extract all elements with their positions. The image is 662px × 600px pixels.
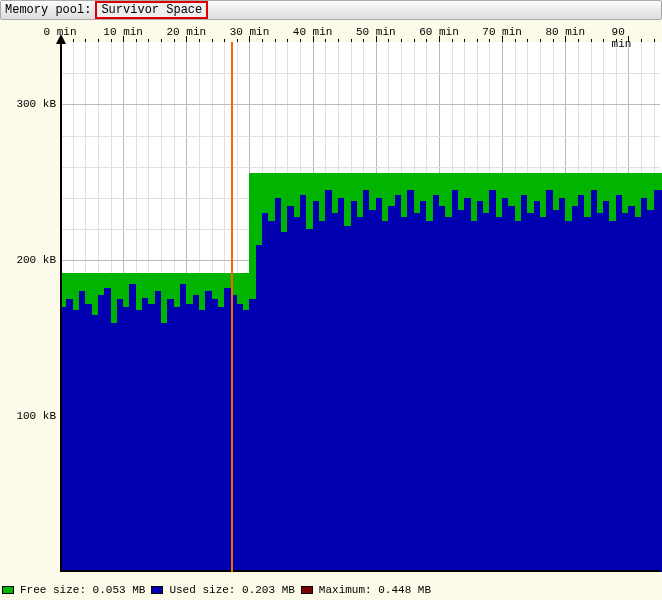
y-axis-label: 200 kB [6,254,56,266]
x-tick [111,39,112,42]
x-axis-label: 20 min [167,26,207,38]
x-tick [262,39,263,42]
x-tick [540,39,541,42]
x-tick [363,39,364,42]
free-swatch-icon [2,586,14,594]
x-tick [654,39,655,42]
x-tick [98,39,99,42]
legend-max-label: Maximum: 0.448 MB [319,584,431,596]
x-axis-label: 10 min [103,26,143,38]
x-tick [199,39,200,42]
used-bar [654,190,662,572]
y-axis-line [60,42,62,572]
gridline-h [60,104,660,105]
x-tick [426,39,427,42]
titlebar: Memory pool: Survivor Space [0,0,662,20]
x-axis-label: 0 min [43,26,76,38]
x-tick [174,39,175,42]
x-tick [287,39,288,42]
x-axis-label: 80 min [545,26,585,38]
time-cursor[interactable] [231,42,233,572]
x-tick [148,39,149,42]
legend-free-label: Free size: 0.053 MB [20,584,145,596]
max-swatch-icon [301,586,313,594]
x-tick [591,39,592,42]
x-tick [300,39,301,42]
x-axis-label: 60 min [419,26,459,38]
free-bar [654,173,662,190]
x-axis-label: 50 min [356,26,396,38]
x-tick [351,39,352,42]
gridline-h [60,167,660,168]
gridline-h [60,73,660,74]
x-axis-label: 70 min [482,26,522,38]
x-axis-label: 40 min [293,26,333,38]
x-tick [136,39,137,42]
legend-used-label: Used size: 0.203 MB [169,584,294,596]
x-tick [527,39,528,42]
x-axis-label: 30 min [230,26,270,38]
x-tick [578,39,579,42]
gridline-h [60,136,660,137]
legend: Free size: 0.053 MB Used size: 0.203 MB … [2,582,431,598]
x-tick [224,39,225,42]
x-tick [325,39,326,42]
x-tick [452,39,453,42]
x-tick [338,39,339,42]
x-tick [85,39,86,42]
y-axis-label: 300 kB [6,98,56,110]
x-axis-line [60,570,660,572]
titlebar-highlight: Survivor Space [95,1,208,19]
x-tick [275,39,276,42]
x-tick [464,39,465,42]
x-tick [477,39,478,42]
x-tick [161,39,162,42]
x-axis-label: 90 min [612,26,646,50]
x-tick [212,39,213,42]
x-tick [603,39,604,42]
used-swatch-icon [151,586,163,594]
x-tick [388,39,389,42]
x-tick [73,39,74,42]
x-tick [401,39,402,42]
titlebar-label: Memory pool: [5,3,91,17]
memory-chart: 0 min10 min20 min30 min40 min50 min60 mi… [0,22,662,580]
x-tick [489,39,490,42]
x-tick [553,39,554,42]
x-tick [414,39,415,42]
x-tick [515,39,516,42]
x-tick [237,39,238,42]
plot-area [60,42,662,572]
y-axis-label: 100 kB [6,410,56,422]
